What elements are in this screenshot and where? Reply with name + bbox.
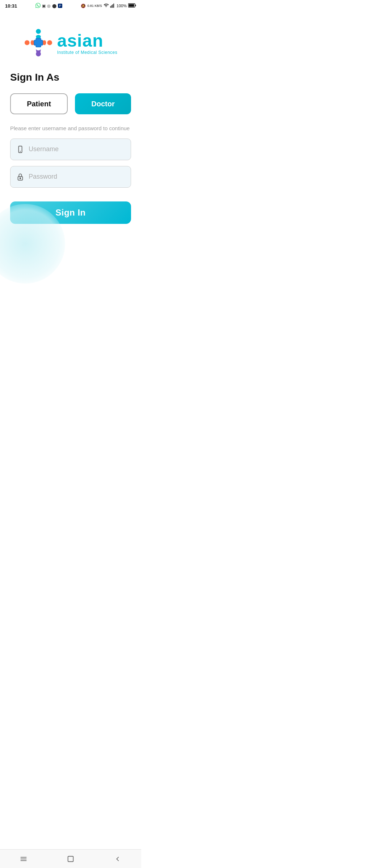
mute-icon: 🔕 (81, 4, 86, 8)
app2-icon: ▣ (42, 4, 46, 8)
patient-button[interactable]: Patient (10, 93, 68, 114)
svg-point-7 (36, 29, 41, 34)
svg-rect-3 (113, 4, 114, 8)
svg-point-18 (20, 178, 21, 179)
mobile-icon (16, 145, 24, 153)
status-app-icons: ▣ ◎ ⬤ P (35, 3, 62, 9)
svg-rect-14 (34, 41, 42, 45)
status-bar: 10:31 ▣ ◎ ⬤ P 🔕 0.81 KB/S 100% (0, 0, 141, 11)
logo-icon (24, 28, 53, 59)
password-field-container (10, 166, 131, 188)
signal-icon (110, 3, 115, 9)
svg-rect-2 (112, 4, 113, 8)
whatsapp-icon (35, 3, 41, 9)
logo-subtitle: Institute of Medical Sciences (57, 50, 118, 55)
svg-rect-6 (135, 5, 136, 6)
username-input[interactable] (29, 145, 125, 153)
app4-icon: ⬤ (52, 4, 56, 8)
logo-area: asian Institute of Medical Sciences (0, 11, 141, 72)
svg-point-10 (47, 40, 52, 45)
svg-rect-0 (110, 6, 111, 8)
paytm-icon: P (58, 4, 62, 8)
doctor-button[interactable]: Doctor (75, 93, 131, 114)
wifi-icon (104, 3, 109, 9)
status-time: 10:31 (5, 3, 17, 9)
main-content: Sign In As Patient Doctor Please enter u… (0, 72, 141, 224)
instagram-icon: ◎ (47, 4, 51, 8)
lock-icon (16, 173, 24, 181)
status-system-icons: 🔕 0.81 KB/S 100% (81, 3, 136, 9)
network-speed: 0.81 KB/S (87, 4, 102, 8)
username-field-container (10, 139, 131, 160)
password-input[interactable] (29, 173, 125, 180)
svg-rect-1 (111, 5, 112, 8)
battery-percentage: 100% (117, 4, 127, 8)
svg-rect-5 (129, 4, 134, 7)
battery-icon (128, 3, 136, 8)
role-buttons: Patient Doctor (10, 93, 131, 114)
logo-container: asian Institute of Medical Sciences (24, 28, 118, 59)
sign-in-as-title: Sign In As (10, 72, 131, 83)
logo-brand-name: asian (57, 32, 118, 50)
logo-text-block: asian Institute of Medical Sciences (57, 32, 118, 55)
svg-point-9 (25, 40, 30, 45)
instruction-text: Please enter username and password to co… (10, 124, 131, 133)
